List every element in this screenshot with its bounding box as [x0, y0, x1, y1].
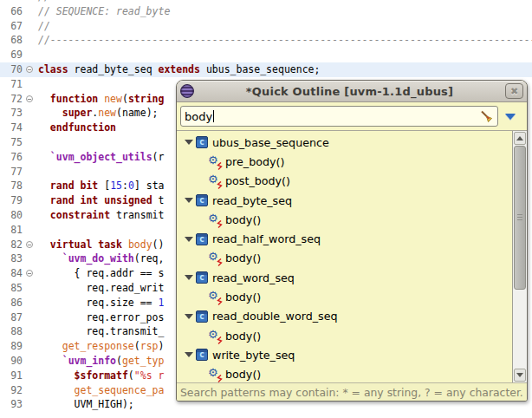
- screen: 65//66// SEQUENCE: read_byte67//68//----…: [0, 0, 532, 418]
- code-token: read_byte_seq: [68, 63, 159, 75]
- code-token: { req.addr == s: [38, 267, 164, 279]
- code-text: // SEQUENCE: read_byte: [38, 4, 170, 19]
- code-token: :: [122, 180, 128, 192]
- code-token: task: [98, 238, 122, 251]
- fold-column: [24, 296, 36, 310]
- fold-column[interactable]: [24, 266, 36, 281]
- code-token: new: [98, 107, 116, 119]
- line-number: 84: [0, 266, 23, 281]
- thumb-grip: [517, 214, 522, 221]
- line-number: 85: [0, 281, 23, 296]
- fold-collapse-icon[interactable]: [26, 270, 33, 277]
- code-token: [38, 180, 50, 192]
- fold-column: [24, 223, 36, 238]
- fold-column: [24, 383, 36, 398]
- outline-tree-wrap: cubus_base_sequence⚙pre_body()⚙post_body…: [177, 131, 527, 382]
- code-token: [38, 107, 62, 119]
- editor-line[interactable]: 70class read_byte_seq extends ubus_base_…: [0, 62, 532, 77]
- fold-collapse-icon[interactable]: [26, 66, 33, 73]
- outline-row-method[interactable]: ⚙post_body(): [177, 172, 512, 191]
- outline-row-class[interactable]: cubus_base_sequence: [177, 133, 512, 152]
- fold-collapse-icon[interactable]: [26, 95, 33, 102]
- outline-row-class[interactable]: cread_double_word_seq: [177, 307, 512, 326]
- outline-row-method[interactable]: ⚙body(): [177, 287, 512, 306]
- vertical-scrollbar[interactable]: [512, 131, 527, 382]
- tree-expanded-arrow[interactable]: [182, 198, 196, 203]
- outline-row-class[interactable]: cread_half_word_seq: [177, 229, 512, 248]
- outline-item-label: pre_body(): [225, 155, 284, 168]
- triangle-down-icon: [185, 352, 193, 357]
- code-text: get_response(rsp): [38, 339, 164, 354]
- red-flash-icon: [217, 258, 223, 266]
- class-icon: c: [196, 194, 208, 206]
- tree-expanded-arrow[interactable]: [182, 352, 196, 357]
- scroll-up-button[interactable]: [514, 132, 526, 145]
- fold-column: [24, 106, 36, 121]
- outline-row-method[interactable]: ⚙body(): [177, 210, 512, 229]
- fold-collapse-icon[interactable]: [26, 241, 33, 248]
- outline-row-method[interactable]: ⚙body(): [177, 326, 512, 345]
- code-token: (): [152, 238, 165, 251]
- tree-expanded-arrow[interactable]: [182, 275, 196, 280]
- fold-column: [24, 48, 36, 62]
- close-button[interactable]: ✖: [505, 83, 523, 99]
- outline-row-class[interactable]: cwrite_byte_seq: [177, 345, 512, 364]
- code-text: //--------------------------------------…: [38, 33, 532, 48]
- fold-column: [24, 339, 36, 354]
- fold-column[interactable]: [24, 238, 36, 252]
- code-text: get_sequence_pa: [38, 383, 164, 398]
- outline-row-method[interactable]: ⚙body(): [177, 249, 512, 268]
- fold-column: [24, 121, 36, 135]
- code-token: endfunction: [50, 121, 116, 134]
- class-icon: c: [196, 271, 208, 284]
- code-token: ): [159, 340, 165, 352]
- outline-filter-input[interactable]: body: [180, 106, 498, 127]
- editor-line[interactable]: 69: [0, 48, 532, 62]
- outline-item-label: body(): [225, 330, 261, 343]
- popup-titlebar[interactable]: *Quick Outline [uvm-1.1d_ubus] ✖: [177, 81, 527, 102]
- fold-column: [24, 179, 36, 193]
- red-flash-icon: [217, 220, 223, 228]
- scrollbar-thumb[interactable]: [514, 146, 526, 290]
- broom-icon[interactable]: [480, 110, 494, 124]
- code-token: UVM_HIGH);: [38, 398, 134, 410]
- editor-line[interactable]: 68//------------------------------------…: [0, 33, 532, 48]
- code-text: req.read_writ: [38, 281, 164, 296]
- class-icon: c: [196, 310, 208, 323]
- fold-column: [24, 135, 36, 150]
- tree-expanded-arrow[interactable]: [182, 140, 196, 145]
- code-token: super: [62, 107, 93, 119]
- code-text: class read_byte_seq extends ubus_base_se…: [38, 62, 320, 77]
- line-number: 79: [0, 193, 23, 208]
- code-token: req.transmit_: [38, 325, 164, 337]
- outline-tree[interactable]: cubus_base_sequence⚙pre_body()⚙post_body…: [177, 131, 512, 382]
- code-token: extends: [158, 63, 199, 75]
- code-token: [38, 355, 62, 367]
- code-token: 0: [128, 180, 134, 192]
- code-token: // SEQUENCE: read_byte: [38, 5, 170, 17]
- outline-row-class[interactable]: cread_byte_seq: [177, 191, 512, 210]
- outline-row-method[interactable]: ⚙pre_body(): [177, 152, 512, 171]
- task-gear-icon: ⚙: [208, 155, 221, 168]
- code-token: [38, 209, 50, 221]
- view-menu-button[interactable]: [498, 106, 522, 127]
- fold-column[interactable]: [24, 62, 36, 77]
- tree-expanded-arrow[interactable]: [182, 314, 196, 319]
- fold-column: [24, 369, 36, 383]
- editor-line[interactable]: 66// SEQUENCE: read_byte: [0, 4, 532, 19]
- outline-row-class[interactable]: cread_word_seq: [177, 268, 512, 287]
- outline-item-label: read_half_word_seq: [212, 232, 321, 245]
- editor-line[interactable]: 67//: [0, 19, 532, 34]
- tree-expanded-arrow[interactable]: [182, 237, 196, 242]
- outline-item-label: read_byte_seq: [212, 194, 292, 207]
- scroll-down-button[interactable]: [514, 369, 526, 382]
- code-token: body: [128, 238, 152, 251]
- fold-column[interactable]: [24, 92, 36, 107]
- eclipse-logo-icon: [180, 84, 194, 98]
- outline-row-method[interactable]: ⚙body(): [177, 365, 512, 382]
- code-text: super.new(name);: [38, 106, 159, 121]
- code-token: t: [152, 194, 165, 206]
- code-text: endfunction: [38, 121, 116, 135]
- task-gear-icon: ⚙: [208, 330, 221, 343]
- code-token: [38, 93, 50, 105]
